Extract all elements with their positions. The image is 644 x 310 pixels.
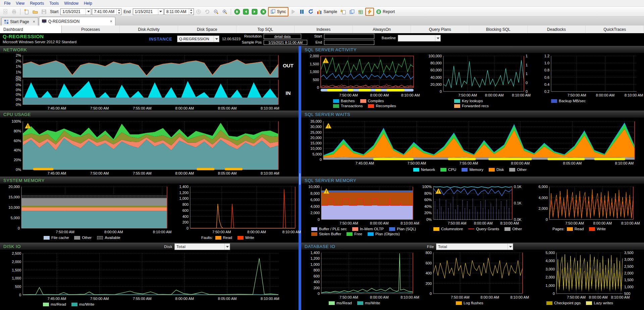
sync-button[interactable]: Sync (268, 7, 289, 16)
legend-item: Log flushes (456, 301, 483, 305)
svg-text:!: ! (328, 124, 329, 128)
legend-item: Transactions (333, 104, 363, 108)
file-filter-select[interactable]: Total (436, 243, 513, 250)
view-tab[interactable]: QuickTraces (586, 25, 644, 33)
svg-text:0: 0 (430, 292, 432, 296)
view-tab[interactable]: Disk Space (178, 25, 236, 33)
toolbar-separator (231, 9, 231, 15)
menu-item[interactable]: Help (81, 1, 95, 6)
menu-item[interactable]: Reports (27, 1, 47, 6)
time-spinner[interactable] (116, 9, 121, 15)
svg-text:4,000: 4,000 (310, 204, 320, 208)
legend-item: Recompiles (368, 104, 396, 108)
menu-item[interactable]: Window (61, 1, 81, 6)
grid-export-icon[interactable] (357, 8, 365, 15)
view-tab[interactable]: Indexes (294, 25, 353, 33)
svg-text:1,500: 1,500 (624, 278, 634, 282)
panel-system-memory: SYSTEM MEMORY 20,00015,00010,0005,00007:… (0, 177, 299, 243)
calendar-dropdown-icon[interactable] (86, 9, 91, 15)
play-icon[interactable] (289, 8, 297, 15)
clock-icon[interactable] (195, 8, 203, 15)
menu-item[interactable]: View (13, 1, 27, 6)
instance-select[interactable]: Q-REGRESSION (177, 36, 219, 42)
disk-io-chart: 2,5002,0001,5001,00050007:45:00 AM7:50:0… (0, 251, 299, 301)
svg-text:7:50:00 AM: 7:50:00 AM (56, 230, 74, 234)
refresh-icon[interactable] (307, 8, 315, 15)
sample-button[interactable]: Sample (315, 9, 338, 14)
svg-text:1,200: 1,200 (179, 191, 189, 195)
column-splitter[interactable] (299, 46, 301, 310)
svg-text:7:45:00 AM: 7:45:00 AM (48, 171, 66, 175)
backup-chart: 1.21.00.80.60.40.27:50:00 AM8:00:00 AM8:… (537, 54, 643, 98)
svg-text:7:45:00 AM: 7:45:00 AM (356, 161, 374, 165)
svg-text:6,000: 6,000 (310, 198, 320, 202)
nav-forward-icon[interactable] (251, 8, 259, 15)
zoom-in-icon[interactable] (221, 8, 229, 15)
range-end-input[interactable] (324, 40, 374, 45)
end-time-input[interactable]: 8:11:00 AM (164, 8, 194, 15)
view-tab[interactable]: AlwaysOn (353, 25, 411, 33)
view-tab[interactable]: Disk Activity (120, 25, 178, 33)
close-icon[interactable]: × (110, 19, 112, 24)
svg-text:400: 400 (182, 214, 189, 219)
view-tab[interactable]: Dashboard (0, 25, 62, 33)
svg-text:8:00:00 AM: 8:00:00 AM (474, 221, 493, 225)
nav-first-icon[interactable] (233, 8, 241, 15)
range-start-input[interactable] (324, 34, 374, 39)
resolution-value: detail data (264, 34, 301, 39)
menu-item[interactable]: Tools (47, 1, 61, 6)
view-tab[interactable]: Deadlocks (528, 25, 586, 33)
jump-to-event-icon[interactable] (339, 8, 347, 15)
svg-text:7:55:00 AM: 7:55:00 AM (133, 297, 152, 301)
nav-last-icon[interactable] (259, 8, 267, 15)
menu-item[interactable]: File (1, 1, 13, 6)
svg-text:100%: 100% (12, 119, 21, 123)
tab-start-page[interactable]: Start Page × (1, 17, 38, 25)
svg-text:7:50:00 AM: 7:50:00 AM (458, 93, 477, 97)
view-tab[interactable]: Query Plans (411, 25, 469, 33)
close-icon[interactable]: × (33, 19, 35, 24)
panel-title: SQL SERVER WAITS (301, 111, 644, 118)
svg-text:8:05:00 AM: 8:05:00 AM (218, 171, 237, 175)
new-document-icon[interactable] (22, 8, 31, 15)
pause-icon[interactable] (298, 8, 306, 15)
svg-text:3,000: 3,000 (624, 257, 634, 261)
svg-text:2,000: 2,000 (545, 275, 555, 279)
start-time-input[interactable]: 7:41:00 AM (92, 8, 121, 15)
details-pages-icon[interactable] (348, 8, 356, 15)
svg-text:7:50:00 AM: 7:50:00 AM (448, 221, 467, 225)
end-date-input[interactable]: 1/15/2021 (133, 8, 164, 15)
legend-item: Other (74, 236, 92, 240)
view-tab[interactable]: Processes (62, 25, 120, 33)
lightning-mode-button[interactable] (365, 8, 374, 16)
svg-text:600: 600 (314, 274, 320, 278)
svg-text:1: 1 (526, 72, 528, 76)
start-date-input[interactable]: 1/15/2021 (60, 8, 91, 15)
open-folder-icon[interactable] (31, 8, 39, 15)
report-button[interactable]: Report (375, 9, 396, 14)
toolbar-separator (20, 9, 20, 15)
log-flushes-chart: 80060040020007:50:00 AM8:00:00 AM8:10:00… (418, 251, 536, 300)
svg-text:7:50:00 AM: 7:50:00 AM (408, 161, 426, 165)
instance-name: Q-REGRESSION (3, 34, 44, 39)
save-icon[interactable] (40, 8, 48, 15)
print-icon[interactable] (10, 8, 18, 15)
print-preview-icon[interactable] (1, 8, 9, 15)
chevron-down-icon (435, 35, 440, 41)
svg-text:1,400: 1,400 (179, 185, 189, 189)
time-spinner[interactable] (189, 9, 194, 15)
chevron-down-icon (507, 244, 513, 250)
nav-back-icon[interactable] (242, 8, 250, 15)
view-tab[interactable]: Top SQL (236, 25, 295, 33)
instance-os: Microsoft Windows Server 2012 R2 Standar… (3, 40, 76, 44)
svg-text:1,500: 1,500 (310, 62, 319, 66)
history-icon[interactable] (203, 8, 211, 15)
disk-filter-select[interactable]: Total (174, 243, 230, 250)
cache-hit-chart: 100%80%60%40%20%0%0.1K0.1K0.0K7:50:00 AM… (418, 185, 531, 226)
calendar-dropdown-icon[interactable] (158, 9, 163, 15)
baseline-select[interactable] (398, 35, 441, 42)
tab-q-regression[interactable]: Q-REGRESSION × (39, 17, 115, 25)
svg-text:800: 800 (182, 202, 189, 206)
view-tab[interactable]: Blocking SQL (469, 25, 528, 33)
zoom-out-icon[interactable] (212, 8, 220, 15)
